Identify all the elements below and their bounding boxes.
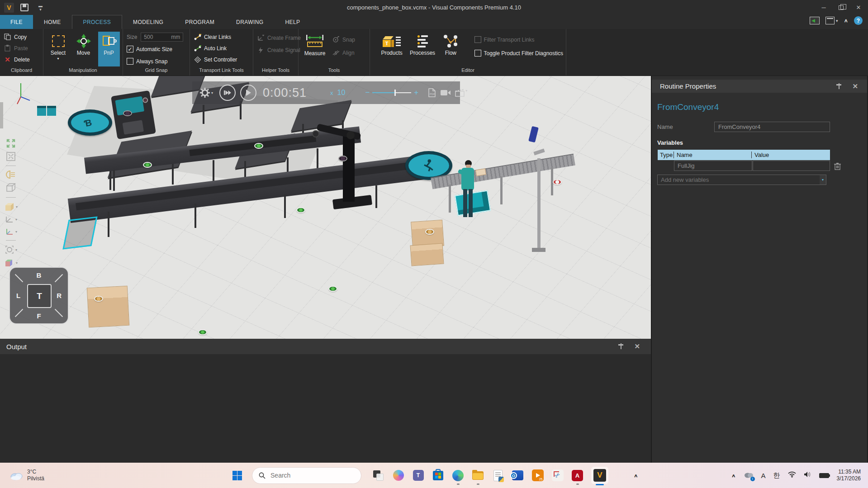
variable-name-cell[interactable]: FullJig [674, 161, 752, 171]
restore-workspace-icon[interactable] [810, 17, 820, 24]
nav-cube-top-face[interactable]: T [27, 284, 52, 308]
automatic-size-checkbox[interactable]: ✓ [127, 46, 133, 52]
add-variable-dropdown-icon[interactable]: ▾ [820, 175, 826, 185]
tab-file[interactable]: FILE [0, 15, 33, 29]
process-marker[interactable] [553, 179, 562, 185]
process-marker[interactable] [338, 156, 347, 161]
speed-value[interactable]: 10 [337, 89, 346, 97]
play-button[interactable] [240, 85, 256, 101]
tab-home[interactable]: HOME [33, 15, 72, 29]
fill-view-icon[interactable] [6, 152, 16, 161]
nav-cube-left-face[interactable]: L [16, 292, 20, 299]
tab-help[interactable]: HELP [274, 15, 311, 29]
taskbar-overflow-chevron-icon[interactable]: ∧ [634, 473, 638, 478]
pnp-button[interactable]: PnP [98, 32, 120, 66]
cardboard-box[interactable] [410, 243, 444, 266]
battery-icon[interactable] [819, 473, 829, 478]
auto-link-button[interactable]: Auto Link [194, 43, 250, 53]
help-icon[interactable]: ? [854, 16, 863, 25]
speed-increase-icon[interactable]: + [414, 88, 418, 97]
animation-clapper-icon[interactable] [455, 89, 465, 97]
select-button[interactable]: Select ▾ [47, 32, 69, 66]
tab-process[interactable]: PROCESS [72, 15, 122, 29]
nav-cube-right-face[interactable]: R [57, 292, 62, 299]
tab-modeling[interactable]: MODELING [122, 15, 174, 29]
filter-transport-links-checkbox[interactable] [474, 36, 481, 43]
taskbar-clock[interactable]: 11:35 AM 3/17/2026 [837, 469, 861, 482]
variable-type-cell[interactable] [658, 161, 674, 171]
process-marker[interactable] [94, 296, 103, 302]
close-panel-icon[interactable]: ✕ [852, 82, 858, 90]
delete-button[interactable]: ✕ Delete [4, 54, 40, 65]
start-button[interactable] [232, 471, 242, 480]
acrobat-icon[interactable]: A [571, 469, 583, 482]
visual-components-icon[interactable]: V [591, 467, 608, 484]
language-korean-indicator[interactable]: 한 [773, 471, 780, 480]
clapper-dropdown-icon[interactable]: ▾ [465, 89, 467, 93]
copilot-icon[interactable] [392, 469, 404, 482]
create-signal-button[interactable]: Create Signal [257, 45, 295, 55]
nav-cube-front-face[interactable]: F [10, 312, 68, 320]
taskbar-search[interactable] [252, 467, 361, 484]
mobile-robot[interactable] [111, 90, 156, 139]
slider-handle[interactable] [394, 90, 396, 96]
variable-value-cell[interactable] [753, 161, 830, 171]
pin-icon[interactable] [836, 83, 841, 90]
process-marker[interactable] [198, 329, 207, 335]
snipping-tool-icon[interactable]: ✂ [551, 469, 564, 482]
onedrive-icon[interactable]: i [744, 471, 754, 480]
copy-button[interactable]: Copy [4, 32, 40, 42]
process-pad-left[interactable]: Ɓ [68, 109, 112, 136]
file-explorer-icon[interactable] [472, 469, 484, 482]
selected-conveyor-end[interactable] [62, 216, 97, 249]
delete-variable-icon[interactable] [834, 162, 841, 170]
origin-cube-icon[interactable] [4, 258, 15, 268]
edge-icon[interactable] [452, 469, 464, 482]
record-video-icon[interactable] [440, 89, 451, 96]
play-25-icon[interactable]: 25 [531, 469, 544, 482]
frame-axes-icon[interactable] [5, 215, 14, 224]
workspace-layout-icon[interactable] [825, 17, 835, 24]
teams-icon[interactable]: T [412, 469, 424, 482]
move-button[interactable]: Move [73, 32, 95, 66]
snap-button[interactable]: Snap [332, 34, 355, 45]
viewport-3d[interactable]: Ɓ [0, 76, 651, 339]
shaded-cube-icon[interactable] [4, 202, 15, 212]
speed-slider[interactable]: − + [365, 88, 418, 97]
size-input[interactable]: 500 mm [141, 33, 183, 42]
nav-cube-back-face[interactable]: B [10, 271, 68, 279]
save-icon[interactable] [20, 4, 28, 11]
task-view-icon[interactable] [372, 469, 384, 482]
volume-icon[interactable] [804, 471, 811, 479]
routine-name-input[interactable] [714, 122, 830, 132]
weather-widget[interactable]: 3°C Pilvistä [9, 469, 44, 482]
add-variable-input[interactable] [658, 176, 820, 183]
export-pdf-icon[interactable]: PDF [428, 88, 436, 97]
process-marker[interactable] [328, 286, 337, 292]
create-frame-button[interactable]: Create Frame [257, 33, 295, 43]
process-marker[interactable] [123, 110, 132, 116]
simulation-settings-gear-icon[interactable] [199, 87, 210, 98]
paste-button[interactable]: Paste [4, 43, 40, 53]
pin-icon[interactable] [618, 343, 623, 350]
tray-chevron-icon[interactable]: ∧ [731, 473, 736, 478]
quick-access-dropdown-icon[interactable]: ▬▾ [38, 4, 43, 11]
python-file-icon[interactable] [492, 469, 504, 482]
output-body[interactable] [0, 354, 651, 463]
search-input[interactable] [270, 472, 343, 479]
restore-button[interactable] [839, 5, 844, 10]
tab-drawing[interactable]: DRAWING [225, 15, 274, 29]
processes-button[interactable]: Processes [408, 32, 437, 66]
tab-program[interactable]: PROGRAM [174, 15, 225, 29]
teal-tote[interactable] [455, 190, 491, 216]
wireframe-cube-icon[interactable] [5, 182, 16, 193]
rewind-button[interactable] [219, 85, 236, 101]
microsoft-store-icon[interactable] [432, 469, 444, 482]
products-button[interactable]: T Products [378, 32, 405, 66]
workspace-layout-dropdown-icon[interactable]: ▾ [836, 19, 838, 23]
align-button[interactable]: Align [332, 47, 355, 58]
gear-dropdown-icon[interactable]: ▾ [211, 91, 213, 95]
app-logo-icon[interactable]: V [4, 3, 14, 13]
navigation-cube[interactable]: T B L R F [9, 267, 69, 324]
render-mode-icon[interactable] [5, 170, 16, 179]
